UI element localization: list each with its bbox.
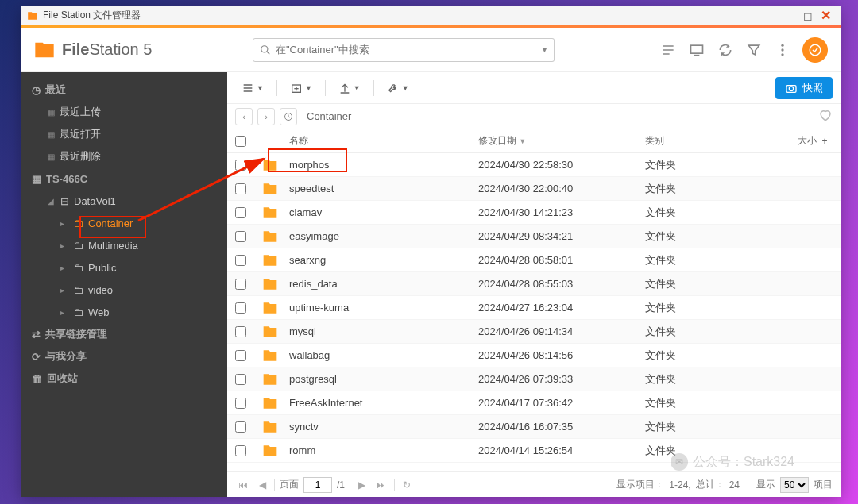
row-checkbox[interactable] [235, 231, 246, 242]
row-checkbox[interactable] [235, 160, 246, 171]
favorite-button[interactable] [818, 108, 833, 125]
row-name: searxng [289, 254, 478, 266]
table-body: morphos2024/04/30 22:58:30文件夹speedtest20… [227, 153, 841, 471]
task-icon[interactable] [659, 41, 677, 59]
close-button[interactable]: ✕ [817, 7, 834, 25]
sidebar-recycle[interactable]: 🗑回收站 [21, 367, 227, 390]
sidebar-volume[interactable]: ◢⊟DataVol1 [21, 190, 227, 212]
row-name: uptime-kuma [289, 302, 478, 314]
col-date[interactable]: 修改日期 ▼ [478, 134, 645, 148]
sidebar-folder-container[interactable]: ▸🗀Container [21, 212, 227, 234]
svg-line-1 [267, 51, 270, 54]
col-type[interactable]: 类别 [645, 134, 772, 148]
perpage-select[interactable]: 50 [780, 477, 809, 493]
row-checkbox[interactable] [235, 255, 246, 266]
row-checkbox[interactable] [235, 207, 246, 218]
page-prev[interactable]: ◀ [256, 479, 269, 491]
table-row[interactable]: speedtest2024/04/30 22:00:40文件夹 [227, 177, 841, 201]
row-checkbox[interactable] [235, 398, 246, 409]
table-row[interactable]: wallabag2024/04/26 08:14:56文件夹 [227, 344, 841, 367]
row-date: 2024/04/14 15:26:54 [478, 444, 645, 456]
table-row[interactable]: uptime-kuma2024/04/27 16:23:04文件夹 [227, 296, 841, 320]
row-date: 2024/04/26 08:14:56 [478, 349, 645, 361]
filter-icon[interactable] [745, 41, 763, 59]
avatar[interactable] [802, 37, 828, 63]
minimize-button[interactable]: — [782, 7, 799, 25]
snapshot-button[interactable]: 快照 [775, 77, 833, 99]
sidebar-folder-video[interactable]: ▸🗀video [21, 279, 227, 301]
row-type: 文件夹 [645, 253, 772, 267]
refresh-icon[interactable] [717, 41, 734, 59]
nav-forward-button[interactable]: › [257, 108, 275, 125]
search-dropdown[interactable]: ▼ [535, 38, 555, 62]
folder-icon [262, 229, 278, 244]
row-date: 2024/04/27 16:23:04 [478, 302, 645, 314]
col-name[interactable]: 名称 [289, 134, 478, 148]
sidebar-recent[interactable]: ◷最近 [21, 79, 227, 101]
table-row[interactable]: romm2024/04/14 15:26:54文件夹 [227, 439, 841, 463]
table-row[interactable]: searxng2024/04/28 08:58:01文件夹 [227, 248, 841, 272]
maximize-button[interactable]: ◻ [799, 7, 817, 25]
page-input[interactable] [303, 477, 332, 493]
row-checkbox[interactable] [235, 421, 246, 433]
svg-point-0 [261, 45, 268, 52]
sidebar-recent-delete[interactable]: ▦最近删除 [21, 145, 227, 167]
page-first[interactable]: ⏮ [235, 479, 251, 491]
row-date: 2024/04/17 07:36:42 [478, 397, 645, 409]
table-row[interactable]: mysql2024/04/26 09:14:34文件夹 [227, 320, 841, 344]
svg-point-6 [781, 53, 783, 56]
col-size[interactable]: 大小 [772, 134, 817, 148]
sidebar-recent-open[interactable]: ▦最近打开 [21, 123, 227, 145]
nav-back-button[interactable]: ‹ [235, 108, 253, 125]
search-input[interactable] [276, 44, 528, 56]
tools-button[interactable]: ▼ [381, 77, 415, 99]
row-type: 文件夹 [645, 444, 772, 458]
row-type: 文件夹 [645, 348, 772, 363]
sidebar-share-links[interactable]: ⇄共享链接管理 [21, 323, 227, 345]
table-row[interactable]: synctv2024/04/16 16:07:35文件夹 [227, 415, 841, 439]
sidebar-folder-multimedia[interactable]: ▸🗀Multimedia [21, 234, 227, 256]
sidebar-folder-public[interactable]: ▸🗀Public [21, 256, 227, 279]
sidebar-folder-web[interactable]: ▸🗀Web [21, 301, 227, 323]
row-name: romm [289, 444, 478, 456]
page-refresh[interactable]: ↻ [400, 479, 414, 491]
titlebar: File Station 文件管理器 — ◻ ✕ [21, 6, 841, 25]
table-row[interactable]: clamav2024/04/30 14:21:23文件夹 [227, 201, 841, 225]
row-checkbox[interactable] [235, 279, 246, 290]
row-checkbox[interactable] [235, 350, 246, 361]
folder-icon [262, 443, 278, 459]
row-date: 2024/04/29 08:34:21 [478, 230, 645, 242]
row-checkbox[interactable] [235, 326, 246, 337]
table-row[interactable]: postgresql2024/04/26 07:39:33文件夹 [227, 367, 841, 391]
upload-button[interactable]: ▼ [332, 77, 367, 99]
row-date: 2024/04/30 22:58:30 [478, 159, 645, 171]
sidebar-device[interactable]: ▦TS-466C [21, 167, 227, 190]
more-icon[interactable] [774, 41, 791, 59]
page-last[interactable]: ⏭ [373, 479, 389, 491]
sidebar-recent-upload[interactable]: ▦最近上传 [21, 101, 227, 123]
folder-icon [262, 300, 278, 316]
nav-history-button[interactable] [280, 108, 297, 125]
view-mode-button[interactable]: ▼ [235, 77, 270, 99]
table-row[interactable]: easyimage2024/04/29 08:34:21文件夹 [227, 225, 841, 248]
row-checkbox[interactable] [235, 374, 246, 385]
row-name: wallabag [289, 349, 478, 361]
remote-icon[interactable] [688, 41, 705, 59]
folder-icon [262, 395, 278, 411]
table-row[interactable]: FreeAskInternet2024/04/17 07:36:42文件夹 [227, 391, 841, 415]
page-next[interactable]: ▶ [355, 479, 369, 491]
breadcrumb-current[interactable]: Container [307, 110, 351, 122]
create-button[interactable]: ▼ [284, 77, 319, 99]
svg-point-4 [781, 44, 783, 46]
row-checkbox[interactable] [235, 183, 246, 194]
select-all-checkbox[interactable] [235, 136, 246, 147]
sidebar-shared-with-me[interactable]: ⟳与我分享 [21, 345, 227, 367]
svg-point-7 [810, 44, 821, 56]
table-row[interactable]: redis_data2024/04/28 08:55:03文件夹 [227, 272, 841, 296]
row-type: 文件夹 [645, 325, 772, 339]
row-checkbox[interactable] [235, 302, 246, 314]
svg-point-5 [781, 48, 783, 51]
row-checkbox[interactable] [235, 445, 246, 456]
table-row[interactable]: morphos2024/04/30 22:58:30文件夹 [227, 153, 841, 177]
col-add[interactable]: + [817, 136, 833, 147]
